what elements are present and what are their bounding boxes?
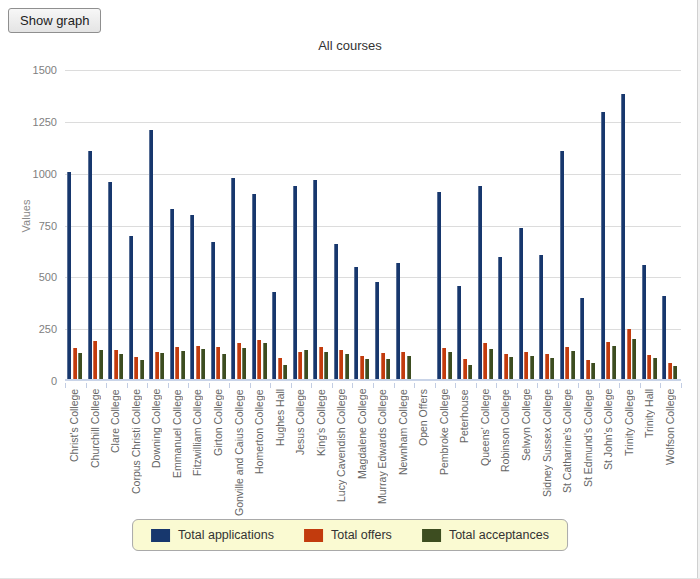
bar-total-offers — [381, 353, 385, 379]
bar-group — [640, 70, 661, 379]
x-tick-label: Emmanuel College — [171, 389, 185, 519]
bar-total-offers — [114, 350, 118, 379]
x-tick-label: Pembroke College — [438, 389, 452, 519]
bar-total-offers — [155, 352, 159, 379]
axis-tick — [352, 383, 353, 388]
axis-tick — [414, 383, 415, 388]
axis-tick — [496, 383, 497, 388]
x-tick-label: Churchill College — [89, 389, 103, 519]
bar-total-applications — [662, 296, 666, 379]
bar-total-applications — [190, 215, 194, 379]
bar-group — [65, 70, 86, 379]
axis-tick — [209, 383, 210, 388]
legend-label: Total offers — [331, 528, 392, 542]
axis-tick — [86, 383, 87, 388]
bar-total-offers — [237, 343, 241, 379]
bar-group — [599, 70, 620, 379]
axis-tick — [311, 383, 312, 388]
bar-group — [188, 70, 209, 379]
axis-tick — [537, 383, 538, 388]
x-tick-label: Open Offers — [417, 389, 431, 519]
axis-tick — [558, 383, 559, 388]
bar-total-acceptances — [304, 350, 308, 379]
y-tick-label: 1250 — [5, 116, 57, 128]
bar-total-acceptances — [591, 363, 595, 379]
y-axis-title: Values — [20, 186, 32, 246]
x-tick-label: St John's College — [602, 389, 616, 519]
bar-total-offers — [483, 343, 487, 379]
axis-tick — [65, 383, 66, 388]
bar-total-applications — [396, 263, 400, 379]
chart-title: All courses — [0, 38, 700, 53]
bar-total-applications — [539, 255, 543, 379]
bar-total-applications — [354, 267, 358, 379]
x-tick-label: Christ's College — [68, 389, 82, 519]
bar-total-acceptances — [242, 348, 246, 379]
bar-total-acceptances — [673, 366, 677, 379]
bar-total-acceptances — [345, 354, 349, 379]
y-tick-label: 1000 — [5, 168, 57, 180]
x-tick-label: Queens' College — [479, 389, 493, 519]
y-tick-label: 0 — [5, 375, 57, 387]
bar-group — [435, 70, 456, 379]
bar-total-offers — [134, 357, 138, 379]
x-tick-label: Girton College — [212, 389, 226, 519]
legend-item: Total offers — [304, 528, 392, 542]
x-tick-label: Clare College — [109, 389, 123, 519]
x-tick-label: Jesus College — [294, 389, 308, 519]
legend-swatch — [422, 529, 441, 542]
bar-group — [496, 70, 517, 379]
bar-total-applications — [149, 130, 153, 379]
bar-group — [414, 70, 435, 379]
bar-total-applications — [334, 244, 338, 379]
x-tick-label: Homerton College — [253, 389, 267, 519]
bar-total-applications — [580, 298, 584, 379]
bar-group — [209, 70, 230, 379]
axis-tick — [127, 383, 128, 388]
bar-total-applications — [621, 94, 625, 379]
x-tick-label: Gonville and Caius College — [233, 389, 247, 519]
bar-total-applications — [519, 228, 523, 379]
bar-total-offers — [463, 359, 467, 379]
bar-total-applications — [313, 180, 317, 379]
bar-total-acceptances — [283, 365, 287, 380]
bar-group — [229, 70, 250, 379]
bar-total-applications — [457, 286, 461, 379]
x-tick-label: Magdalene College — [356, 389, 370, 519]
bar-total-offers — [524, 352, 528, 379]
x-tick-label: Corpus Christi College — [130, 389, 144, 519]
x-tick-label: Murray Edwards College — [376, 389, 390, 519]
bar-total-acceptances — [99, 350, 103, 379]
bar-total-acceptances — [571, 351, 575, 379]
bar-group — [352, 70, 373, 379]
bar-total-acceptances — [509, 357, 513, 379]
bar-group — [168, 70, 189, 379]
bar-total-applications — [129, 236, 133, 379]
axis-tick — [619, 383, 620, 388]
bar-total-acceptances — [632, 339, 636, 379]
bar-group — [660, 70, 681, 379]
bar-total-offers — [339, 350, 343, 379]
bar-total-acceptances — [365, 359, 369, 379]
bar-group — [106, 70, 127, 379]
axis-tick — [578, 383, 579, 388]
bar-total-acceptances — [119, 354, 123, 379]
bar-group — [373, 70, 394, 379]
y-tick-label: 1500 — [5, 64, 57, 76]
x-tick-label: Hughes Hall — [274, 389, 288, 519]
bar-group — [455, 70, 476, 379]
legend: Total applications Total offers Total ac… — [132, 519, 568, 551]
bar-group — [147, 70, 168, 379]
axis-tick — [270, 383, 271, 388]
axis-tick — [599, 383, 600, 388]
x-tick-label: Selwyn College — [520, 389, 534, 519]
bar-total-applications — [560, 151, 564, 379]
bar-total-offers — [647, 355, 651, 379]
y-tick-label: 500 — [5, 271, 57, 283]
bar-total-acceptances — [407, 356, 411, 379]
bar-group — [291, 70, 312, 379]
bar-total-offers — [545, 354, 549, 379]
bar-total-applications — [478, 186, 482, 379]
axis-tick — [394, 383, 395, 388]
x-tick-label: Newnham College — [397, 389, 411, 519]
